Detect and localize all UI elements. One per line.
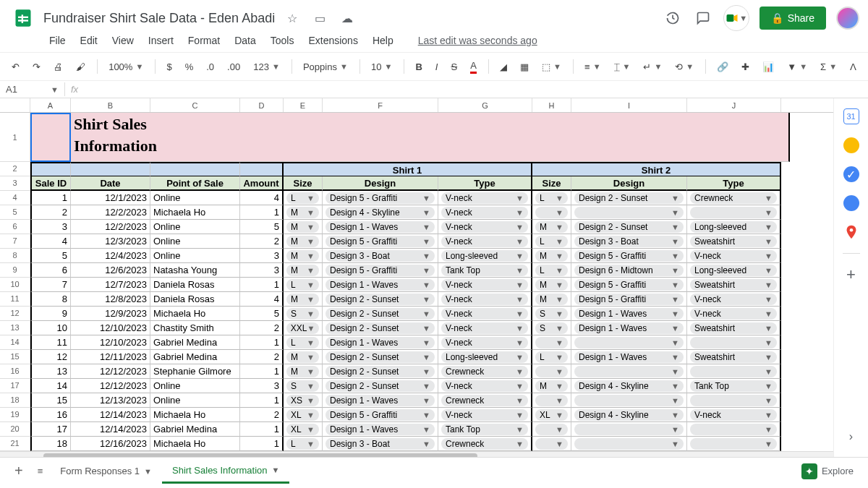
star-icon[interactable]: ☆ (282, 8, 302, 28)
row-header[interactable]: 16 (0, 364, 30, 379)
wrap-button[interactable]: ↵ ▼ (639, 59, 666, 75)
history-icon[interactable] (663, 8, 683, 28)
format-select[interactable]: 123 ▼ (249, 59, 284, 75)
dropdown-cell[interactable]: ▼ (687, 437, 781, 451)
cell[interactable]: 12/2/2023 (71, 205, 150, 220)
cell[interactable]: 15 (30, 393, 71, 408)
dropdown-cell[interactable]: Design 5 - Graffiti▼ (323, 408, 438, 422)
cell[interactable]: Stephanie Gilmore (150, 364, 240, 379)
dropdown-cell[interactable]: M▼ (284, 292, 323, 307)
name-box[interactable]: A1▼ (0, 82, 65, 96)
cell[interactable]: 3 (240, 249, 284, 263)
dropdown-cell[interactable]: Design 5 - Graffiti▼ (571, 249, 687, 263)
select-all-cell[interactable] (0, 98, 30, 112)
dropdown-cell[interactable]: ▼ (687, 335, 781, 350)
collapse-toolbar-button[interactable]: ᐱ (846, 59, 861, 75)
font-size-select[interactable]: 10 ▼ (367, 59, 396, 75)
dropdown-cell[interactable]: V-neck▼ (438, 379, 532, 393)
dropdown-cell[interactable]: M▼ (284, 205, 323, 220)
dropdown-cell[interactable]: XL▼ (284, 408, 323, 422)
row-header[interactable]: 5 (0, 205, 30, 220)
dropdown-cell[interactable]: Design 1 - Waves▼ (323, 220, 438, 234)
row-header[interactable]: 3 (0, 176, 30, 191)
cell[interactable]: 8 (30, 292, 71, 307)
redo-button[interactable]: ↷ (28, 59, 45, 75)
horizontal-scrollbar[interactable] (0, 451, 833, 457)
chart-button[interactable]: 📊 (758, 59, 778, 75)
cell[interactable]: 3 (240, 263, 284, 278)
print-button[interactable]: 🖨 (49, 59, 67, 75)
dropdown-cell[interactable]: Design 5 - Graffiti▼ (323, 191, 438, 205)
dropdown-cell[interactable]: XL▼ (532, 408, 571, 422)
dropdown-cell[interactable]: Design 2 - Sunset▼ (571, 191, 687, 205)
bold-button[interactable]: B (411, 59, 426, 75)
row-header[interactable]: 14 (0, 335, 30, 350)
cell[interactable]: Natasha Young (150, 263, 240, 278)
dropdown-cell[interactable]: Design 1 - Waves▼ (571, 350, 687, 364)
dropdown-cell[interactable]: Design 2 - Sunset▼ (323, 364, 438, 379)
dropdown-cell[interactable]: S▼ (532, 307, 571, 321)
dropdown-cell[interactable]: ▼ (687, 364, 781, 379)
dropdown-cell[interactable]: Sweatshirt▼ (687, 321, 781, 335)
dropdown-cell[interactable]: L▼ (532, 263, 571, 278)
dropdown-cell[interactable]: L▼ (284, 191, 323, 205)
dropdown-cell[interactable]: M▼ (532, 379, 571, 393)
menu-data[interactable]: Data (229, 32, 262, 49)
dropdown-cell[interactable]: ▼ (571, 437, 687, 451)
avatar[interactable] (836, 7, 859, 30)
row-header[interactable]: 13 (0, 321, 30, 335)
dropdown-cell[interactable]: Design 2 - Sunset▼ (323, 350, 438, 364)
rotate-button[interactable]: ⟲ ▼ (671, 59, 698, 75)
move-icon[interactable]: ▭ (310, 8, 330, 28)
cell[interactable]: 1 (240, 393, 284, 408)
col-header-E[interactable]: E (284, 98, 323, 112)
dropdown-cell[interactable]: Tank Top▼ (438, 263, 532, 278)
cell[interactable]: 17 (30, 422, 71, 437)
cell[interactable]: Chastity Smith (150, 321, 240, 335)
dropdown-cell[interactable]: Tank Top▼ (438, 422, 532, 437)
cell[interactable]: 12/8/2023 (71, 292, 150, 307)
dropdown-cell[interactable]: Design 1 - Waves▼ (323, 278, 438, 292)
row-header[interactable]: 6 (0, 220, 30, 234)
cell[interactable]: 3 (30, 220, 71, 234)
shirt2-group[interactable]: Shirt 2 (532, 162, 781, 176)
maps-icon[interactable] (843, 224, 859, 240)
col-header-J[interactable]: J (687, 98, 781, 112)
cell[interactable]: 16 (30, 408, 71, 422)
col-header-I[interactable]: I (571, 98, 687, 112)
dropdown-cell[interactable]: Design 3 - Boat▼ (571, 234, 687, 249)
menu-format[interactable]: Format (182, 32, 226, 49)
dropdown-cell[interactable]: L▼ (532, 350, 571, 364)
row-header[interactable]: 4 (0, 191, 30, 205)
cell[interactable]: 12/14/2023 (71, 408, 150, 422)
percent-button[interactable]: % (181, 59, 198, 75)
cell[interactable]: 1 (240, 364, 284, 379)
menu-file[interactable]: File (43, 32, 72, 49)
cell[interactable]: Online (150, 393, 240, 408)
dropdown-cell[interactable]: ▼ (571, 205, 687, 220)
dropdown-cell[interactable]: L▼ (284, 437, 323, 451)
dropdown-cell[interactable]: Sweatshirt▼ (687, 234, 781, 249)
italic-button[interactable]: I (431, 59, 443, 75)
cell[interactable]: 2 (240, 408, 284, 422)
row-header[interactable]: 21 (0, 437, 30, 451)
row-header[interactable]: 11 (0, 292, 30, 307)
borders-button[interactable]: ▦ (516, 59, 533, 75)
dropdown-cell[interactable]: ▼ (687, 205, 781, 220)
row-header[interactable]: 17 (0, 379, 30, 393)
cell[interactable]: Online (150, 234, 240, 249)
dropdown-cell[interactable]: ▼ (532, 437, 571, 451)
menu-view[interactable]: View (106, 32, 140, 49)
row-header[interactable]: 12 (0, 307, 30, 321)
cell[interactable]: 12 (30, 350, 71, 364)
row-header[interactable]: 1 (0, 113, 30, 162)
dropdown-cell[interactable]: Design 4 - Skyline▼ (571, 408, 687, 422)
link-button[interactable]: 🔗 (712, 59, 733, 75)
dropdown-cell[interactable]: XXL▼ (284, 321, 323, 335)
cell[interactable]: 12/6/2023 (71, 263, 150, 278)
dropdown-cell[interactable]: Design 2 - Sunset▼ (323, 379, 438, 393)
cell[interactable]: Online (150, 379, 240, 393)
cell[interactable]: 1 (240, 422, 284, 437)
comment-button[interactable]: ✚ (737, 59, 754, 75)
dropdown-cell[interactable]: Long-sleeved▼ (687, 220, 781, 234)
